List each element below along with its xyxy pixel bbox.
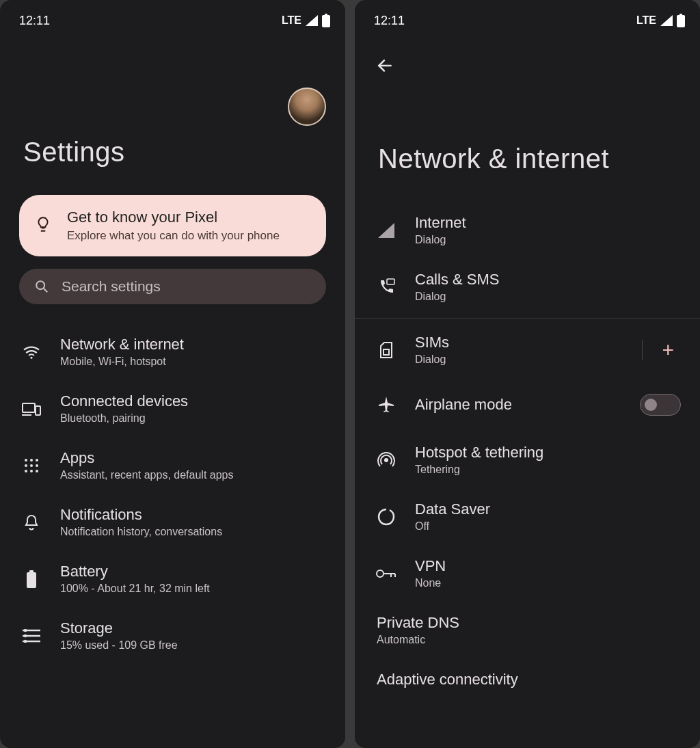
promo-card[interactable]: Get to know your Pixel Explore what you … <box>19 195 326 256</box>
svg-point-9 <box>30 459 33 462</box>
page-title: Settings <box>0 137 345 168</box>
status-bar: 12:11 LTE <box>355 0 700 34</box>
svg-point-22 <box>25 630 26 631</box>
svg-point-12 <box>30 464 33 467</box>
item-title: Internet <box>415 214 681 232</box>
divider <box>355 318 700 319</box>
item-title: VPN <box>415 557 681 575</box>
item-sub: Automatic <box>377 634 681 646</box>
list-item-vpn[interactable]: VPN None <box>355 545 700 602</box>
list-item-battery[interactable]: Battery 100% - About 21 hr, 32 min left <box>0 550 345 607</box>
svg-line-3 <box>44 289 48 293</box>
item-sub: None <box>415 577 681 589</box>
status-indicators: LTE <box>282 14 330 27</box>
item-sub: Dialog <box>415 353 624 366</box>
airplane-icon <box>375 394 397 416</box>
list-item-private-dns[interactable]: Private DNS Automatic <box>355 602 700 658</box>
list-item-internet[interactable]: Internet Dialog <box>355 202 700 258</box>
signal-triangle-icon <box>375 219 397 241</box>
vpn-key-icon <box>375 563 397 585</box>
item-sub: Off <box>415 520 681 533</box>
battery-icon <box>21 568 42 590</box>
svg-point-31 <box>377 570 383 577</box>
item-sub: Tethering <box>415 464 681 476</box>
item-title: Notifications <box>60 506 326 524</box>
list-item-network[interactable]: Network & internet Mobile, Wi-Fi, hotspo… <box>0 323 345 380</box>
profile-avatar[interactable] <box>288 88 326 126</box>
svg-rect-25 <box>677 15 685 27</box>
item-sub: Notification history, conversations <box>60 526 326 538</box>
battery-icon <box>677 14 685 27</box>
svg-rect-18 <box>29 570 33 573</box>
status-bar: 12:11 LTE <box>0 0 345 34</box>
promo-title: Get to know your Pixel <box>67 209 280 226</box>
svg-rect-29 <box>383 349 389 355</box>
status-net-label: LTE <box>636 14 656 27</box>
list-item-adaptive-connectivity[interactable]: Adaptive connectivity <box>355 658 700 689</box>
status-time: 12:11 <box>19 14 50 28</box>
battery-icon <box>322 14 330 27</box>
status-net-label: LTE <box>282 14 301 27</box>
item-title: Calls & SMS <box>415 271 681 289</box>
airplane-mode-switch[interactable] <box>640 394 681 416</box>
item-sub: Assistant, recent apps, default apps <box>60 469 326 481</box>
svg-rect-1 <box>325 14 327 16</box>
search-placeholder: Search settings <box>62 278 161 295</box>
settings-main-screen: 12:11 LTE Settings Get to know your Pixe… <box>0 0 345 748</box>
list-item-connected-devices[interactable]: Connected devices Bluetooth, pairing <box>0 380 345 437</box>
bell-icon <box>21 511 42 533</box>
list-item-data-saver[interactable]: Data Saver Off <box>355 488 700 545</box>
item-title: Airplane mode <box>415 390 622 419</box>
svg-point-10 <box>36 459 38 462</box>
item-sub: Dialog <box>415 291 681 303</box>
separator <box>642 340 643 360</box>
svg-point-2 <box>36 281 44 289</box>
network-list: Internet Dialog Calls & SMS Dialog SIMs … <box>355 195 700 695</box>
arrow-back-icon <box>376 57 394 75</box>
svg-point-16 <box>36 470 38 472</box>
list-item-sims[interactable]: SIMs Dialog + <box>355 321 700 378</box>
search-settings[interactable]: Search settings <box>19 269 326 304</box>
lightbulb-icon <box>34 215 52 236</box>
svg-rect-26 <box>679 14 682 16</box>
list-item-airplane-mode[interactable]: Airplane mode <box>355 378 700 431</box>
svg-rect-6 <box>36 406 40 415</box>
list-item-calls-sms[interactable]: Calls & SMS Dialog <box>355 258 700 315</box>
sim-card-icon <box>375 339 397 361</box>
item-title: Battery <box>60 563 326 580</box>
svg-rect-17 <box>27 572 36 588</box>
item-sub: Dialog <box>415 234 681 246</box>
signal-icon <box>306 15 318 26</box>
promo-sub: Explore what you can do with your phone <box>67 229 280 243</box>
wifi-icon <box>21 341 42 363</box>
status-indicators: LTE <box>636 14 685 27</box>
svg-point-23 <box>25 635 26 637</box>
list-item-storage[interactable]: Storage 15% used - 109 GB free <box>0 607 345 664</box>
status-time: 12:11 <box>374 14 405 28</box>
apps-grid-icon <box>21 455 42 477</box>
back-button[interactable] <box>371 52 399 79</box>
list-item-apps[interactable]: Apps Assistant, recent apps, default app… <box>0 437 345 494</box>
item-title: Network & internet <box>60 336 326 353</box>
svg-rect-0 <box>322 15 330 27</box>
storage-icon <box>21 625 42 647</box>
phone-sms-icon <box>375 276 397 298</box>
list-item-hotspot[interactable]: Hotspot & tethering Tethering <box>355 431 700 488</box>
item-title: Private DNS <box>377 614 681 632</box>
devices-icon <box>21 398 42 420</box>
svg-point-15 <box>30 470 33 472</box>
item-title: Apps <box>60 449 326 467</box>
hotspot-icon <box>375 449 397 471</box>
network-internet-screen: 12:11 LTE Network & internet Internet Di… <box>355 0 700 748</box>
svg-point-4 <box>30 356 32 358</box>
svg-rect-28 <box>387 279 394 284</box>
item-title: Connected devices <box>60 392 326 410</box>
add-sim-button[interactable]: + <box>655 336 681 364</box>
promo-text: Get to know your Pixel Explore what you … <box>67 209 280 243</box>
item-title: Storage <box>60 619 326 637</box>
svg-point-14 <box>25 470 27 472</box>
item-title: SIMs <box>415 334 624 351</box>
list-item-notifications[interactable]: Notifications Notification history, conv… <box>0 494 345 550</box>
signal-icon <box>660 15 673 26</box>
item-title: Adaptive connectivity <box>377 671 681 689</box>
